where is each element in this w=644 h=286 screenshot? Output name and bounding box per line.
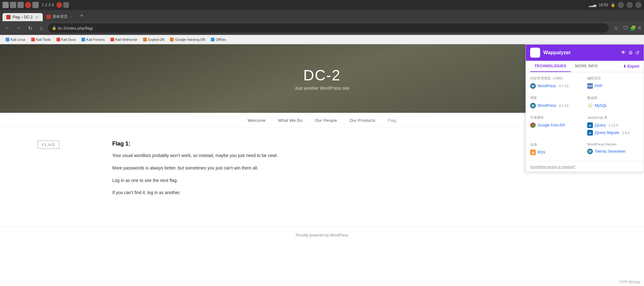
new-tab-button[interactable]: + (78, 12, 86, 19)
flag-section: FLAG (37, 141, 94, 202)
settings-icon[interactable]: ⚙ (628, 50, 633, 56)
bookmark-kali-forums[interactable]: Kali Forums (79, 37, 107, 42)
refresh-button[interactable]: ↻ (26, 24, 34, 32)
bookmark-favicon (211, 38, 215, 41)
footer-text: Proudly powered by WordPress (296, 233, 348, 237)
back-button[interactable]: ← (3, 24, 12, 32)
titlebar-numbers: 1 2 3 4 (42, 2, 69, 8)
twentyseventeen-link[interactable]: Twenty Seventeen (595, 149, 626, 154)
forward-button[interactable]: → (14, 24, 23, 32)
browser-titlebar: 1 2 3 4 ▂▃▅ 19:53 🔒 (0, 0, 644, 10)
db-category-title: 数据库 (587, 96, 639, 100)
site-title: DC-2 (295, 67, 350, 84)
network-icon: ▂▃▅ (589, 3, 596, 7)
bookmark-favicon (143, 38, 147, 41)
category-misc: 杂项 ◉ RSS (530, 142, 582, 157)
eye-icon[interactable]: 👁 (621, 50, 626, 56)
bookmark-kali-tools[interactable]: Kali Tools (29, 37, 53, 42)
maximize-btn[interactable] (635, 2, 642, 8)
bookmark-star[interactable]: ☆ (614, 25, 618, 31)
nav-our-products[interactable]: Our Products (350, 118, 375, 123)
num2: 2 (45, 3, 47, 7)
cms-category-title: 内容管理系统（CMS） (530, 76, 582, 81)
mysql-link[interactable]: MySQL (595, 103, 607, 108)
num1: 1 (42, 3, 44, 7)
firefox-icon (25, 2, 31, 8)
bookmark-favicon (170, 38, 174, 41)
extensions-icon[interactable]: 🧩 (630, 25, 636, 31)
bookmark-label: Kali Docs (61, 38, 76, 41)
tab-favicon-1 (6, 15, 11, 19)
google-font-link[interactable]: Google Font API (538, 123, 565, 127)
bookmark-ghdb[interactable]: Google Hacking DB (167, 37, 208, 42)
bookmark-favicon (6, 38, 9, 41)
tab-new-tab[interactable]: 新标签页 ✕ (43, 12, 78, 21)
tab-flag-dc2[interactable]: Flag – DC-2 ✕ (2, 13, 43, 21)
bookmark-kali-linux[interactable]: Kali Linux (3, 37, 28, 42)
nav-our-people[interactable]: Our People (315, 118, 337, 123)
address-bar-icons: 🛡 🧩 ≡ (623, 25, 641, 31)
screenshot-icon (63, 2, 69, 8)
close-btn[interactable] (618, 2, 624, 8)
category-lang: 编程语言 PHP PHP (587, 76, 639, 91)
tab-more-info[interactable]: MORE INFO (571, 61, 602, 72)
wordpress-blog-link[interactable]: WordPress (538, 103, 556, 108)
rss-icon: ◉ (530, 150, 536, 155)
rss-tech-item: ◉ RSS (530, 150, 582, 155)
bookmark-favicon (81, 38, 85, 41)
wappalyzer-tabs: TECHNOLOGIES MORE INFO ⬇ Export (526, 61, 644, 72)
shield-icon[interactable]: 🛡 (623, 25, 628, 31)
folder-icon (17, 2, 24, 8)
home-button[interactable]: ⌂ (37, 24, 46, 32)
tab-close-1[interactable]: ✕ (35, 15, 39, 19)
nav-what-we-do[interactable]: What We Do (278, 118, 303, 123)
bookmark-label: Kali NetHunter (115, 38, 138, 41)
menu-icon[interactable]: ≡ (638, 25, 641, 31)
bookmark-kali-docs[interactable]: Kali Docs (54, 37, 78, 42)
something-wrong-link[interactable]: Something wrong or missing? (530, 165, 575, 169)
jquery-migrate-link[interactable]: jQuery Migrate (595, 131, 619, 135)
wappalyzer-header: Wappalyzer 👁 ⚙ ↺ (526, 45, 644, 61)
num4: 4 (52, 3, 54, 7)
cms-tech-item: W WordPress 4.7.10 (530, 83, 582, 89)
minimize-btn[interactable] (627, 2, 633, 8)
wordpress-blog-version: 4.7.10 (559, 104, 569, 107)
jquery-version: 1.12.4 (608, 123, 618, 127)
tab-technologies[interactable]: TECHNOLOGIES (530, 61, 571, 72)
jquery-tech-item: jQ jQuery 1.12.4 (587, 122, 639, 128)
mysql-icon: ⚡ (587, 103, 593, 108)
bookmark-exploit-db[interactable]: Exploit-DB (141, 37, 167, 42)
tab-close-2[interactable]: ✕ (70, 15, 74, 19)
bookmark-offsec[interactable]: OffSec (208, 37, 229, 42)
jquery-link[interactable]: jQuery (595, 123, 606, 127)
wordpress-blog-icon: W (530, 103, 536, 108)
jquery-icon: jQ (587, 122, 593, 128)
rss-link[interactable]: RSS (538, 150, 545, 155)
js-category-title: JavaScript 库 (587, 115, 639, 120)
nav-welcome[interactable]: Welcome (248, 118, 265, 123)
php-tech-item: PHP PHP (587, 83, 639, 89)
bookmark-label: OffSec (216, 38, 226, 41)
jquery-migrate-icon: jQ (587, 130, 593, 136)
url-text: dc-2/index.php/flag/ (58, 26, 93, 31)
mysql-tech-item: ⚡ MySQL (587, 103, 639, 108)
history-icon[interactable]: ↺ (635, 50, 639, 56)
bookmark-favicon (31, 38, 35, 41)
export-button[interactable]: ⬇ Export (623, 61, 639, 72)
font-category-title: 字体脚本 (530, 115, 582, 120)
wappalyzer-body: 内容管理系统（CMS） W WordPress 4.7.10 编程语言 PHP … (526, 72, 644, 161)
category-db: 数据库 ⚡ MySQL (587, 96, 639, 110)
wordpress-cms-link[interactable]: WordPress (538, 84, 556, 88)
nav-flag[interactable]: Flag (388, 118, 396, 123)
wordpress-icon: W (530, 83, 536, 89)
bookmark-nethunter[interactable]: Kali NetHunter (108, 37, 140, 42)
lang-category-title: 编程语言 (587, 76, 639, 81)
bookmark-label: Google Hacking DB (175, 38, 205, 41)
misc-category-title: 杂项 (530, 142, 582, 147)
address-bar[interactable]: 🔒 dc-2/index.php/flag/ (48, 23, 609, 33)
app-icon (2, 2, 9, 8)
bookmark-label: Kali Linux (11, 38, 26, 41)
php-link[interactable]: PHP (595, 84, 603, 88)
jquery-migrate-tech-item: jQ jQuery Migrate 1.4.1 (587, 130, 639, 136)
time-display: 19:53 (599, 3, 608, 7)
